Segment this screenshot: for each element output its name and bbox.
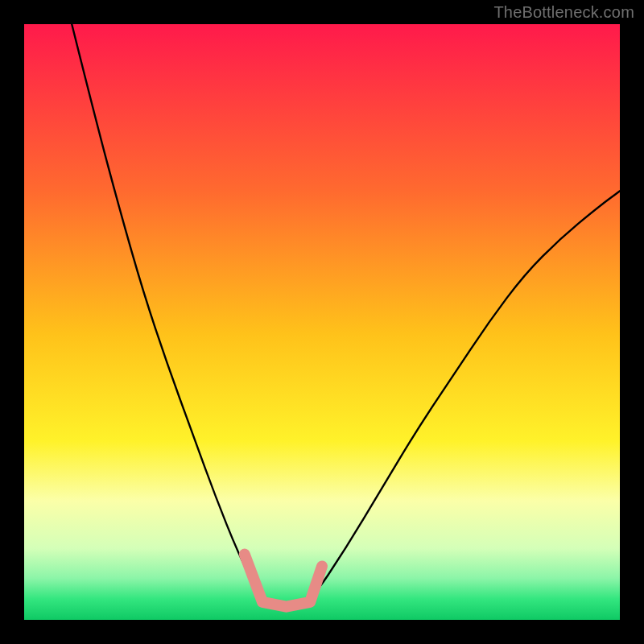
- watermark-text: TheBottleneck.com: [493, 3, 634, 22]
- plot-area-gradient: [24, 24, 620, 620]
- chart-stage: TheBottleneck.com: [0, 0, 644, 644]
- bottleneck-chart: [0, 0, 644, 644]
